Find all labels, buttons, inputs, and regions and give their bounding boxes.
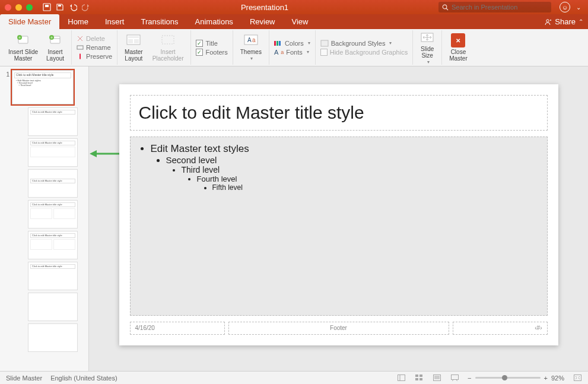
tab-transitions[interactable]: Transitions — [132, 14, 186, 29]
svg-rect-22 — [162, 36, 174, 44]
master-layout-button[interactable]: Master Layout — [122, 32, 145, 63]
slide-canvas-area[interactable]: Click to edit Master title style Edit Ma… — [89, 66, 588, 371]
fit-to-window-icon[interactable] — [573, 373, 582, 383]
status-language[interactable]: English (United States) — [50, 375, 117, 382]
svg-rect-20 — [128, 39, 133, 43]
svg-rect-35 — [415, 375, 418, 377]
svg-rect-1 — [45, 5, 49, 7]
zoom-control: − + 92% — [468, 375, 564, 382]
window-controls — [5, 4, 33, 11]
layout-thumbnail[interactable]: Click to edit Master title style — [28, 139, 77, 166]
slide-master-thumbnail[interactable]: Click to edit Master title style • Edit … — [12, 70, 74, 104]
title-checkbox[interactable]: ✓Title — [196, 40, 217, 47]
search-box[interactable] — [438, 2, 551, 12]
tab-view[interactable]: View — [284, 14, 317, 29]
slideshow-view-icon[interactable] — [450, 373, 459, 383]
search-icon — [442, 4, 449, 11]
slide-master-canvas[interactable]: Click to edit Master title style Edit Ma… — [119, 84, 558, 345]
layout-thumbnail[interactable]: Click to edit Master title style — [28, 201, 77, 228]
tab-animations[interactable]: Animations — [187, 14, 241, 29]
share-button[interactable]: Share ⌃ — [539, 14, 588, 29]
date-placeholder[interactable]: 4/16/20 — [130, 322, 225, 335]
svg-rect-28 — [279, 41, 281, 46]
svg-rect-33 — [398, 375, 405, 381]
svg-text:a: a — [252, 37, 256, 43]
svg-rect-36 — [419, 375, 422, 377]
save-icon[interactable] — [55, 2, 65, 12]
maximize-window-icon[interactable] — [26, 4, 33, 11]
preserve-button[interactable]: Preserve — [77, 53, 112, 60]
minimize-window-icon[interactable] — [15, 4, 22, 11]
hide-background-checkbox[interactable]: ✓Hide Background Graphics — [320, 49, 408, 56]
svg-rect-46 — [574, 375, 581, 381]
zoom-out-button[interactable]: − — [468, 375, 471, 382]
themes-button[interactable]: Aa Themes — [238, 32, 264, 63]
tab-home[interactable]: Home — [59, 14, 97, 29]
zoom-level[interactable]: 92% — [551, 375, 564, 382]
insert-placeholder-button[interactable]: Insert Placeholder — [150, 32, 186, 63]
list-item: Second level — [166, 155, 249, 165]
share-icon — [543, 18, 552, 26]
svg-rect-2 — [58, 5, 61, 7]
layout-thumbnail[interactable]: Click to edit Master title style — [28, 262, 77, 290]
ribbon-tabs: Slide Master Home Insert Transitions Ani… — [0, 14, 588, 29]
insert-layout-button[interactable]: + Insert Layout — [44, 32, 66, 63]
rename-button[interactable]: Rename — [77, 44, 111, 51]
normal-view-icon[interactable] — [396, 373, 406, 383]
background-styles-button[interactable]: Background Styles — [320, 40, 392, 47]
slide-sorter-view-icon[interactable] — [414, 373, 424, 383]
status-bar: Slide Master English (United States) − +… — [0, 371, 588, 384]
status-mode: Slide Master — [6, 375, 42, 382]
svg-point-5 — [546, 19, 549, 21]
svg-point-3 — [443, 5, 447, 9]
layout-thumbnail[interactable] — [28, 293, 77, 320]
svg-text:A: A — [247, 37, 252, 43]
redo-icon[interactable] — [81, 2, 91, 12]
list-item: Third level — [182, 165, 249, 174]
svg-line-44 — [452, 380, 453, 381]
zoom-slider[interactable] — [475, 377, 541, 379]
title-placeholder[interactable]: Click to edit Master title style — [130, 95, 548, 131]
fonts-button[interactable]: AaFonts — [274, 49, 309, 56]
close-icon: ✕ — [451, 33, 465, 47]
workspace: 1 Click to edit Master title style • Edi… — [0, 66, 588, 371]
reading-view-icon[interactable] — [432, 373, 441, 383]
document-title: Presentation1 — [94, 3, 435, 12]
svg-rect-29 — [321, 40, 328, 46]
colors-button[interactable]: Colors — [274, 40, 310, 47]
slide-number-placeholder[interactable]: ‹#› — [453, 322, 548, 335]
list-item: Fourth level — [197, 174, 249, 183]
layout-thumbnail[interactable]: Click to edit Master title style — [28, 170, 77, 197]
undo-icon[interactable] — [68, 2, 78, 12]
close-window-icon[interactable] — [5, 4, 11, 11]
svg-rect-26 — [274, 41, 276, 46]
tab-insert[interactable]: Insert — [97, 14, 133, 29]
close-master-button[interactable]: ✕ Close Master — [447, 32, 470, 63]
svg-rect-38 — [419, 378, 422, 380]
delete-button[interactable]: Delete — [77, 35, 105, 42]
footer-placeholder[interactable]: Footer — [228, 322, 449, 335]
svg-rect-43 — [451, 375, 458, 380]
svg-line-45 — [456, 380, 457, 381]
autosave-icon[interactable] — [42, 2, 52, 12]
footers-checkbox[interactable]: ✓Footers — [196, 49, 227, 56]
title-bar: Presentation1 ☺ ⌄ — [0, 0, 588, 14]
layout-thumbnail[interactable]: Click to edit Master title style — [28, 108, 77, 135]
list-item: Edit Master text styles — [151, 143, 249, 155]
layout-thumbnail[interactable]: Click to edit Master title style — [28, 231, 77, 259]
slide-size-button[interactable]: Slide Size — [418, 29, 437, 66]
search-input[interactable] — [452, 4, 548, 11]
thumbnail-panel[interactable]: 1 Click to edit Master title style • Edi… — [0, 66, 89, 371]
body-placeholder[interactable]: Edit Master text styles Second level Thi… — [130, 137, 548, 316]
account-icon[interactable]: ☺ — [560, 2, 570, 12]
svg-line-4 — [446, 8, 448, 10]
ribbon-toggle-icon[interactable]: ⌄ — [574, 2, 583, 12]
zoom-in-button[interactable]: + — [544, 375, 548, 382]
chevron-up-icon: ⌃ — [579, 18, 583, 25]
svg-rect-19 — [128, 36, 139, 38]
share-label: Share — [555, 17, 576, 26]
tab-slide-master[interactable]: Slide Master — [0, 14, 59, 29]
tab-review[interactable]: Review — [241, 14, 284, 29]
insert-slide-master-button[interactable]: + Insert Slide Master — [6, 32, 40, 63]
layout-thumbnail[interactable] — [28, 324, 77, 351]
